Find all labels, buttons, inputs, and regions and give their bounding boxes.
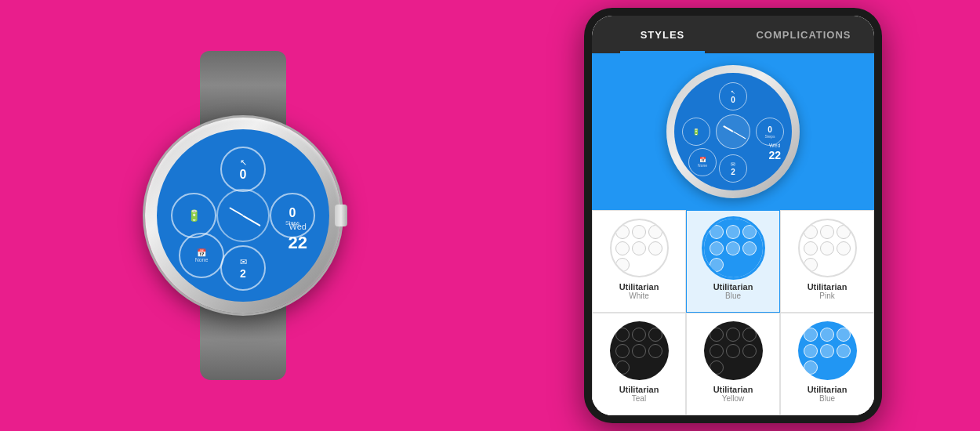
left-section: ↖ 0 0 Steps 🔋 � <box>0 0 486 431</box>
phone-screen: STYLES COMPLICATIONS ↖ 0 <box>592 16 874 415</box>
right-section: STYLES COMPLICATIONS ↖ 0 <box>486 0 980 431</box>
style-variant-teal: Teal <box>632 394 646 403</box>
phone-container: STYLES COMPLICATIONS ↖ 0 <box>584 8 882 423</box>
style-item-yellow[interactable]: Utilitarian Yellow <box>686 313 780 415</box>
style-name-yellow: Utilitarian <box>713 385 753 394</box>
watch-crown <box>335 205 347 226</box>
mini-watch-face: ↖ 0 0 Steps 🔋 <box>674 73 792 190</box>
style-circle-blue2 <box>798 321 857 380</box>
tab-bar: STYLES COMPLICATIONS <box>592 16 874 53</box>
styles-grid: Utilitarian White <box>592 210 874 415</box>
comp-top-icon: ↖ <box>240 158 247 168</box>
style-circle-pink <box>798 219 857 277</box>
comp-cal-label: None <box>195 257 209 263</box>
mini-watch-date-number: 22 <box>768 149 781 162</box>
mini-watch-outer: ↖ 0 0 Steps 🔋 <box>666 65 800 198</box>
style-name-white: Utilitarian <box>619 282 659 292</box>
watch-day: Wed <box>289 222 307 232</box>
complication-left: 🔋 <box>171 193 216 238</box>
style-variant-pink: Pink <box>819 292 834 300</box>
style-item-white[interactable]: Utilitarian White <box>592 210 686 313</box>
mini-watch-day: Wed <box>768 143 781 149</box>
style-circle-blue <box>704 219 763 277</box>
complication-center <box>216 189 270 242</box>
comp-mail-icon: ✉ <box>240 257 247 267</box>
complication-mail: ✉ 2 <box>220 245 266 291</box>
comp-mail-value: 2 <box>240 267 246 280</box>
mini-comp-right: 0 Steps <box>756 118 784 146</box>
style-item-teal[interactable]: Utilitarian Teal <box>592 313 686 415</box>
mini-comp-calendar: 📅 None <box>688 148 717 176</box>
tab-complications[interactable]: COMPLICATIONS <box>733 16 874 53</box>
watch-face: ↖ 0 0 Steps 🔋 � <box>157 129 329 302</box>
comp-cal-icon: 📅 <box>197 248 206 257</box>
mini-comp-center <box>716 114 750 149</box>
comp-left-icon: 🔋 <box>187 209 201 222</box>
tab-styles[interactable]: STYLES <box>592 16 733 53</box>
style-item-pink[interactable]: Utilitarian Pink <box>780 210 874 313</box>
style-circle-yellow <box>704 321 763 380</box>
style-name-teal: Utilitarian <box>619 385 659 394</box>
style-circle-white <box>610 219 669 277</box>
mini-comp-top: ↖ 0 <box>719 82 747 110</box>
watch-case: ↖ 0 0 Steps 🔋 � <box>145 118 341 313</box>
mini-watch-date: Wed 22 <box>768 143 781 162</box>
hour-hand <box>229 207 243 216</box>
complication-top: ↖ 0 <box>220 147 266 192</box>
watch-date: Wed 22 <box>289 222 307 253</box>
complication-calendar: 📅 None <box>179 233 224 278</box>
style-variant-blue2: Blue <box>819 394 835 403</box>
watch-date-number: 22 <box>289 233 307 253</box>
side-indicator <box>860 100 874 163</box>
style-name-blue: Utilitarian <box>713 282 753 292</box>
style-variant-white: White <box>629 292 649 300</box>
style-variant-yellow: Yellow <box>722 394 745 403</box>
comp-top-value: 0 <box>240 168 247 182</box>
style-name-pink: Utilitarian <box>808 282 848 292</box>
mini-comp-left: 🔋 <box>682 118 710 146</box>
style-name-blue2: Utilitarian <box>808 385 848 394</box>
style-item-blue2[interactable]: Utilitarian Blue <box>780 313 874 415</box>
style-variant-blue: Blue <box>725 292 741 300</box>
style-circle-teal <box>610 321 669 380</box>
watch-preview-area: ↖ 0 0 Steps 🔋 <box>592 53 874 210</box>
minute-hand <box>243 215 261 226</box>
comp-right-value: 0 <box>289 206 296 220</box>
watch-container: ↖ 0 0 Steps 🔋 � <box>110 51 376 380</box>
style-item-blue[interactable]: Utilitarian Blue <box>686 210 780 313</box>
mini-comp-mail: ✉ 2 <box>719 154 747 183</box>
